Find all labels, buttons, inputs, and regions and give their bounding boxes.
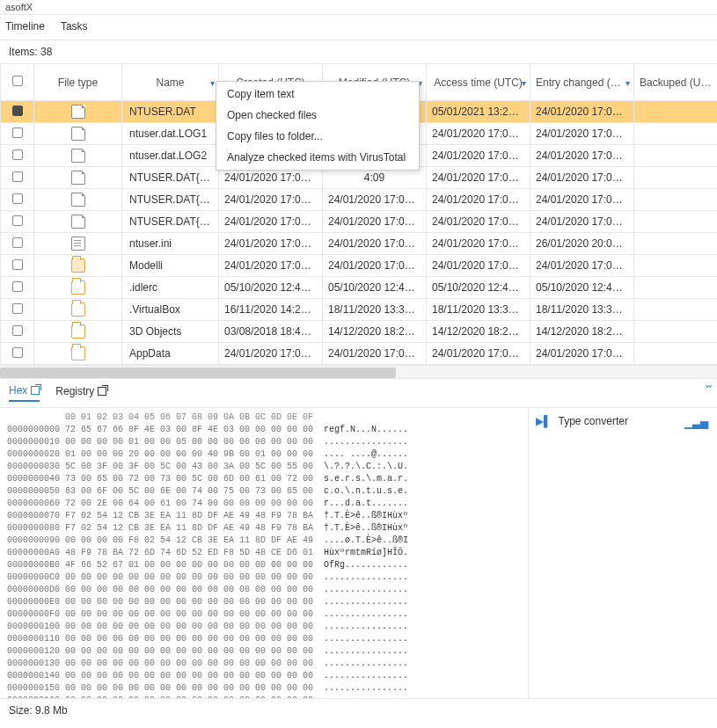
row-name: ntuser.ini <box>122 233 219 255</box>
external-link-icon <box>98 387 106 396</box>
col-filetype[interactable]: File type <box>34 64 122 101</box>
row-access: 05/10/2020 12:40:24 <box>427 277 530 299</box>
row-backuped <box>634 321 718 343</box>
row-name: AppData <box>122 343 219 365</box>
row-filetype-icon <box>34 321 122 343</box>
row-entrychanged: 14/12/2020 18:29:09 <box>530 321 634 343</box>
row-entrychanged: 24/01/2020 17:04:09 <box>530 255 634 277</box>
type-converter-label: Type converter <box>559 415 628 427</box>
row-checkbox[interactable] <box>1 233 34 255</box>
table-row[interactable]: .idlerc05/10/2020 12:40:2405/10/2020 12:… <box>1 277 718 299</box>
row-checkbox[interactable] <box>1 167 34 189</box>
folder-icon <box>71 258 85 273</box>
row-filetype-icon <box>34 211 122 233</box>
file-icon <box>71 237 85 251</box>
table-row[interactable]: NTUSER.DAT{125402f…24/01/2020 17:04:0924… <box>1 211 718 233</box>
row-modified: 24/01/2020 17:04:09 <box>323 211 427 233</box>
row-checkbox[interactable] <box>1 321 34 343</box>
row-name: 3D Objects <box>122 321 219 343</box>
row-entrychanged: 24/01/2020 17:04:09 <box>530 123 634 145</box>
row-filetype-icon <box>34 255 122 277</box>
row-entrychanged: 24/01/2020 17:04:09 <box>530 211 634 233</box>
row-checkbox[interactable] <box>1 255 34 277</box>
chart-bars-icon[interactable]: ▁▃▅ <box>684 417 708 429</box>
row-name: NTUSER.DAT{125402f… <box>122 211 219 233</box>
row-access: 05/01/2021 13:23:27 <box>427 101 530 123</box>
row-name: NTUSER.DAT{125402… <box>122 167 219 189</box>
statusbar: Size: 9.8 Mb <box>0 698 717 722</box>
row-backuped <box>634 299 718 321</box>
col-backuped[interactable]: Backuped (UTC <box>634 64 718 101</box>
row-created: 24/01/2020 17:04:09 <box>219 211 323 233</box>
row-checkbox[interactable] <box>1 299 34 321</box>
row-modified: 24/01/2020 17:04:09 <box>323 255 427 277</box>
row-access: 24/01/2020 17:04:09 <box>427 189 530 211</box>
ctx-copy-item-text[interactable]: Copy item text <box>216 84 419 105</box>
folder-icon <box>71 346 85 360</box>
row-modified: 14/12/2020 18:29:09 <box>323 321 427 343</box>
menu-tasks[interactable]: Tasks <box>61 20 88 33</box>
row-created: 24/01/2020 17:04:09 <box>219 255 323 277</box>
table-row[interactable]: Modelli24/01/2020 17:04:0924/01/2020 17:… <box>1 255 718 277</box>
row-entrychanged: 24/01/2020 17:04:09 <box>530 167 634 189</box>
row-backuped <box>634 233 718 255</box>
row-checkbox[interactable] <box>1 189 34 211</box>
row-modified: 05/10/2020 12:40:24 <box>323 277 427 299</box>
filter-icon[interactable]: ▾ <box>522 77 526 87</box>
file-icon <box>71 127 85 141</box>
row-backuped <box>634 211 718 233</box>
folder-icon <box>71 302 85 317</box>
table-row[interactable]: AppData24/01/2020 17:04:0924/01/2020 17:… <box>1 343 718 365</box>
hex-panel: 00 01 02 03 04 05 06 07 08 09 0A 0B 0C 0… <box>0 408 717 698</box>
ctx-open-checked-files[interactable]: Open checked files <box>216 105 419 126</box>
table-row[interactable]: NTUSER.DAT{125402f…24/01/2020 17:04:0924… <box>1 189 718 211</box>
file-icon <box>71 193 85 207</box>
row-checkbox[interactable] <box>1 211 34 233</box>
row-created: 05/10/2020 12:40:24 <box>219 277 323 299</box>
col-entrychanged[interactable]: Entry changed (UTC)▾ <box>530 64 634 101</box>
tab-registry[interactable]: Registry <box>55 385 106 401</box>
row-checkbox[interactable] <box>1 101 34 123</box>
chevron-down-double-icon[interactable]: ˅˅ <box>705 384 710 397</box>
table-row[interactable]: ntuser.ini24/01/2020 17:09:4324/01/2020 … <box>1 233 718 255</box>
ctx-analyze-virustotal[interactable]: Analyze checked items with VirusTotal <box>216 147 419 168</box>
external-link-icon <box>31 386 40 395</box>
items-count: Items: 38 <box>0 40 717 63</box>
row-name: NTUSER.DAT <box>122 101 219 123</box>
context-menu: Copy item text Open checked files Copy f… <box>216 81 420 171</box>
row-filetype-icon <box>34 233 122 255</box>
row-filetype-icon <box>34 123 122 145</box>
row-modified: 24/01/2020 17:09:43 <box>323 233 427 255</box>
filter-icon[interactable]: ▾ <box>626 77 630 87</box>
tab-hex[interactable]: Hex <box>9 384 40 402</box>
file-icon <box>71 149 85 163</box>
horizontal-scrollbar[interactable] <box>0 365 717 379</box>
row-access: 24/01/2020 17:04:09 <box>427 211 530 233</box>
row-entrychanged: 18/11/2020 13:32:37 <box>530 299 634 321</box>
row-modified: 24/01/2020 17:04:23 <box>323 343 427 365</box>
row-filetype-icon <box>34 189 122 211</box>
row-access: 24/01/2020 17:04:09 <box>427 167 530 189</box>
table-row[interactable]: .VirtualBox16/11/2020 14:23:0618/11/2020… <box>1 299 718 321</box>
row-filetype-icon <box>34 101 122 123</box>
row-checkbox[interactable] <box>1 123 34 145</box>
folder-icon <box>71 280 85 295</box>
row-created: 16/11/2020 14:23:06 <box>219 299 323 321</box>
row-backuped <box>634 101 718 123</box>
row-filetype-icon <box>34 343 122 365</box>
hex-view[interactable]: 00 01 02 03 04 05 06 07 08 09 0A 0B 0C 0… <box>0 408 528 698</box>
row-filetype-icon <box>34 299 122 321</box>
row-checkbox[interactable] <box>1 145 34 167</box>
ctx-copy-files-to-folder[interactable]: Copy files to folder... <box>216 126 419 147</box>
row-access: 24/01/2020 17:04:09 <box>427 123 530 145</box>
row-entrychanged: 24/01/2020 17:04:23 <box>530 343 634 365</box>
table-row[interactable]: 3D Objects03/08/2018 18:40:1514/12/2020 … <box>1 321 718 343</box>
row-entrychanged: 05/10/2020 12:40:24 <box>530 277 634 299</box>
col-checkbox[interactable] <box>1 64 34 101</box>
col-access[interactable]: Access time (UTC)▾ <box>427 64 530 101</box>
col-name[interactable]: Name▾ <box>122 64 219 101</box>
row-checkbox[interactable] <box>1 277 34 299</box>
menu-timeline[interactable]: Timeline <box>5 20 45 33</box>
row-checkbox[interactable] <box>1 343 34 365</box>
filter-icon[interactable]: ▾ <box>210 77 215 87</box>
